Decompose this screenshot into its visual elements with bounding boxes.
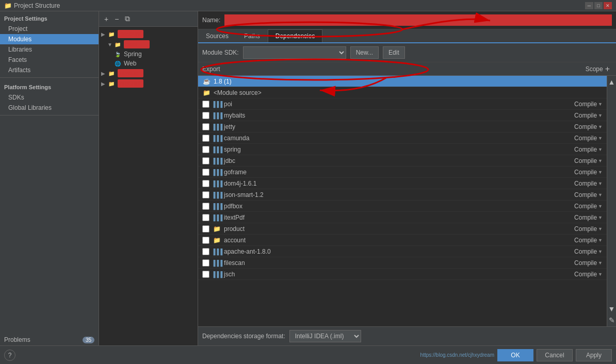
dep-checkbox-mybaits[interactable] — [202, 112, 209, 119]
tree-item-web[interactable]: 🌐 Web — [99, 59, 198, 68]
dep-scope-json-smart: Compile ▼ — [556, 191, 603, 198]
url-bar: https://blog.csdn.net/cjhxydream — [420, 352, 494, 358]
dep-scope-jdbc: Compile ▼ — [556, 157, 603, 164]
ok-button[interactable]: OK — [497, 349, 533, 361]
dep-row-json-smart[interactable]: ▐▐▐ json-smart-1.2 Compile ▼ — [198, 189, 607, 201]
dep-scope-apache-ant: Compile ▼ — [556, 248, 603, 255]
storage-row: Dependencies storage format: IntelliJ ID… — [198, 326, 616, 345]
scroll-up-button[interactable]: ▲ — [607, 77, 616, 87]
dep-row-jetty[interactable]: ▐▐▐ jetty Compile ▼ — [198, 121, 607, 133]
folder-icon: 📁 — [107, 30, 116, 38]
dep-checkbox-spring[interactable] — [202, 146, 209, 153]
sidebar-item-libraries[interactable]: Libraries — [0, 44, 99, 55]
tab-paths[interactable]: Paths — [236, 29, 268, 42]
dep-checkbox-jsch[interactable] — [202, 271, 209, 278]
window-icon: 📁 — [4, 2, 12, 9]
add-module-button[interactable]: + — [102, 14, 110, 24]
dep-checkbox-json-smart[interactable] — [202, 191, 209, 198]
dep-row-jsch[interactable]: ▐▐▐ jsch Compile ▼ — [198, 269, 607, 280]
new-sdk-button[interactable]: New... — [350, 46, 379, 59]
tree-item-rescue[interactable]: ▶ 📁 rescue — [99, 68, 198, 78]
tree-item-account-child[interactable]: ▼ 📁 acct — [99, 39, 198, 49]
storage-format-select[interactable]: IntelliJ IDEA (.iml)Eclipse (.classpath) — [289, 330, 361, 342]
tree-label-account-root: account — [118, 30, 143, 38]
problems-badge: 35 — [83, 337, 94, 343]
edit-side-button[interactable]: ✎ — [608, 315, 616, 325]
tree-item-account-root[interactable]: ▶ 📁 account — [99, 29, 198, 39]
dep-checkbox-itextpdf[interactable] — [202, 214, 209, 221]
name-input[interactable] — [224, 14, 612, 26]
dep-row-itextpdf[interactable]: ▐▐▐ itextPdf Compile ▼ — [198, 212, 607, 223]
tree-arrow: ▶ — [101, 31, 107, 37]
dep-checkbox-product[interactable] — [202, 225, 209, 233]
sidebar-item-modules[interactable]: Modules — [0, 34, 99, 44]
dep-row-module-source[interactable]: 📁 <Module source> — [198, 87, 607, 98]
dep-row-filescan[interactable]: ▐▐▐ filescan Compile ▼ — [198, 257, 607, 269]
problems-row[interactable]: Problems 35 — [0, 334, 99, 345]
module-sdk-select[interactable] — [243, 46, 346, 59]
dep-row-mybaits[interactable]: ▐▐▐ mybaits Compile ▼ — [198, 110, 607, 121]
copy-module-button[interactable]: ⧉ — [123, 13, 132, 24]
lib-icon-dom4j: ▐▐▐ — [213, 180, 221, 187]
tree-item-product[interactable]: ▶ 📁 product — [99, 78, 198, 89]
module-sdk-label: Module SDK: — [202, 49, 239, 56]
dep-checkbox-jetty[interactable] — [202, 123, 209, 130]
dep-row-spring[interactable]: ▐▐▐ spring Compile ▼ — [198, 144, 607, 155]
dep-checkbox-apache-ant[interactable] — [202, 248, 209, 255]
dep-name-module-source: <Module source> — [214, 89, 603, 96]
dep-row-dom4j[interactable]: ▐▐▐ dom4j-1.6.1 Compile ▼ — [198, 178, 607, 189]
dep-row-account[interactable]: 📁 account Compile ▼ — [198, 235, 607, 246]
dep-row-pdfbox[interactable]: ▐▐▐ pdfbox Compile ▼ — [198, 201, 607, 212]
dep-row-jdbc[interactable]: ▐▐▐ jdbc Compile ▼ — [198, 155, 607, 167]
lib-icon-itextpdf: ▐▐▐ — [213, 214, 221, 221]
scroll-down-button[interactable]: ▼ — [607, 304, 616, 314]
remove-module-button[interactable]: − — [112, 14, 121, 24]
tabs-row: Sources Paths Dependencies — [198, 29, 616, 43]
dep-name-jdk: 1.8 (1) — [214, 78, 603, 85]
dep-row-poi[interactable]: ▐▐▐ poi Compile ▼ — [198, 98, 607, 110]
tab-sources[interactable]: Sources — [198, 29, 236, 42]
sidebar-item-facets[interactable]: Facets — [0, 55, 99, 65]
sidebar-item-artifacts[interactable]: Artifacts — [0, 65, 99, 75]
sdk-row: Module SDK: New... Edit — [198, 43, 616, 62]
dep-scope-poi: Compile ▼ — [556, 101, 603, 108]
dep-scope-goframe: Compile ▼ — [556, 169, 603, 176]
dep-checkbox-poi[interactable] — [202, 101, 209, 108]
lib-icon-json-smart: ▐▐▐ — [213, 191, 221, 198]
tree-label-account-child: acct — [124, 40, 150, 48]
dep-scope-product: Compile ▼ — [556, 225, 603, 233]
cancel-button[interactable]: Cancel — [537, 349, 573, 361]
dep-name-camunda: camunda — [224, 135, 556, 142]
sidebar-item-global-libraries[interactable]: Global Libraries — [0, 103, 99, 113]
tree-arrow-2: ▼ — [107, 42, 114, 47]
deps-list: ☕ 1.8 (1) 📁 <Module source> ▐▐▐ poi — [198, 76, 607, 326]
dep-checkbox-filescan[interactable] — [202, 259, 209, 267]
dep-name-json-smart: json-smart-1.2 — [224, 191, 556, 198]
edit-sdk-button[interactable]: Edit — [383, 46, 405, 59]
minimize-button[interactable]: ─ — [585, 2, 593, 9]
dep-checkbox-account[interactable] — [202, 237, 209, 244]
restore-button[interactable]: □ — [594, 2, 603, 9]
close-button[interactable]: ✕ — [604, 2, 612, 9]
dep-checkbox-dom4j[interactable] — [202, 180, 209, 187]
dep-scope-spring: Compile ▼ — [556, 146, 603, 153]
dep-checkbox-pdfbox[interactable] — [202, 203, 209, 210]
sidebar-item-project[interactable]: Project — [0, 24, 99, 34]
apply-button[interactable]: Apply — [576, 349, 612, 361]
title-bar: 📁 Project Structure ─ □ ✕ — [0, 0, 616, 11]
folder-icon-account: 📁 — [213, 237, 221, 244]
dep-checkbox-camunda[interactable] — [202, 135, 209, 142]
tree-item-spring[interactable]: 🍃 Spring — [99, 49, 198, 59]
project-settings-heading: Project Settings — [0, 11, 99, 24]
dep-row-product[interactable]: 📁 product Compile ▼ — [198, 223, 607, 235]
dep-row-camunda[interactable]: ▐▐▐ camunda Compile ▼ — [198, 133, 607, 144]
help-button[interactable]: ? — [4, 350, 15, 361]
dep-row-jdk[interactable]: ☕ 1.8 (1) — [198, 76, 607, 87]
sidebar-item-sdks[interactable]: SDKs — [0, 92, 99, 103]
dep-row-apache-ant[interactable]: ▐▐▐ apache-ant-1.8.0 Compile ▼ — [198, 246, 607, 257]
tab-dependencies[interactable]: Dependencies — [268, 29, 323, 42]
dep-checkbox-goframe[interactable] — [202, 169, 209, 176]
dep-checkbox-jdbc[interactable] — [202, 157, 209, 164]
add-dependency-button[interactable]: + — [603, 64, 612, 74]
dep-row-goframe[interactable]: ▐▐▐ goframe Compile ▼ — [198, 167, 607, 178]
